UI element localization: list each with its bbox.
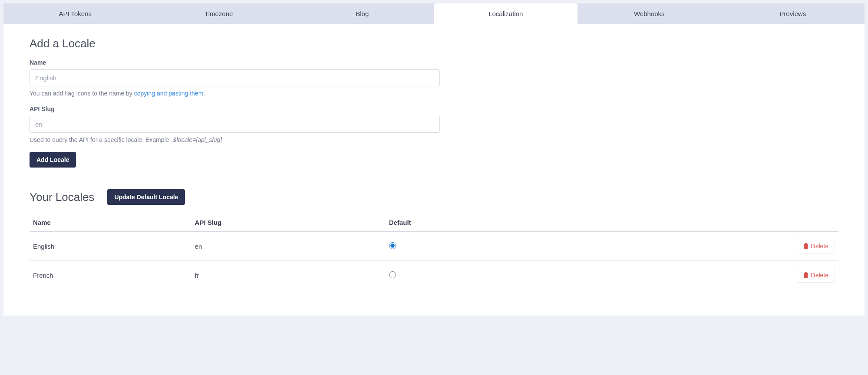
- default-locale-radio[interactable]: [389, 242, 396, 249]
- slug-label: API Slug: [30, 105, 838, 112]
- add-locale-title: Add a Locale: [30, 37, 838, 50]
- tab-localization[interactable]: Localization: [434, 3, 578, 24]
- locale-name: English: [30, 232, 191, 261]
- tab-previews[interactable]: Previews: [721, 3, 865, 24]
- trash-icon: [803, 272, 809, 278]
- slug-input[interactable]: [30, 116, 440, 133]
- locale-name: French: [30, 261, 191, 290]
- locales-table: Name API Slug Default English en: [30, 214, 838, 289]
- table-row: French fr Delete: [30, 261, 838, 290]
- table-row: English en Delete: [30, 232, 838, 261]
- column-header-name: Name: [30, 214, 191, 232]
- name-input[interactable]: [30, 69, 440, 86]
- name-label: Name: [30, 59, 838, 66]
- tabs-navigation: API Tokens Timezone Blog Localization We…: [3, 3, 865, 24]
- tab-webhooks[interactable]: Webhooks: [578, 3, 721, 24]
- delete-locale-button[interactable]: Delete: [797, 239, 835, 253]
- default-locale-radio[interactable]: [389, 271, 396, 278]
- update-default-locale-button[interactable]: Update Default Locale: [107, 189, 185, 205]
- locale-slug: fr: [191, 261, 386, 290]
- your-locales-title: Your Locales: [30, 191, 94, 204]
- slug-hint: Used to query the API for a specific loc…: [30, 136, 838, 143]
- your-locales-header: Your Locales Update Default Locale: [30, 189, 838, 205]
- slug-form-group: API Slug Used to query the API for a spe…: [30, 105, 838, 143]
- tab-timezone[interactable]: Timezone: [147, 3, 291, 24]
- delete-locale-button[interactable]: Delete: [797, 268, 835, 283]
- locale-default-cell: [386, 232, 758, 261]
- column-header-default: Default: [386, 214, 758, 232]
- locale-default-cell: [386, 261, 758, 290]
- column-header-slug: API Slug: [191, 214, 386, 232]
- content-panel: Add a Locale Name You can add flag icons…: [3, 24, 865, 316]
- add-locale-button[interactable]: Add Locale: [30, 152, 76, 168]
- flag-icons-link[interactable]: copying and pasting them: [134, 90, 204, 97]
- tab-blog[interactable]: Blog: [290, 3, 434, 24]
- name-form-group: Name You can add flag icons to the name …: [30, 59, 838, 97]
- tab-api-tokens[interactable]: API Tokens: [3, 3, 147, 24]
- name-hint: You can add flag icons to the name by co…: [30, 90, 838, 97]
- column-header-actions: [758, 214, 838, 232]
- locale-slug: en: [191, 232, 386, 261]
- trash-icon: [803, 243, 809, 249]
